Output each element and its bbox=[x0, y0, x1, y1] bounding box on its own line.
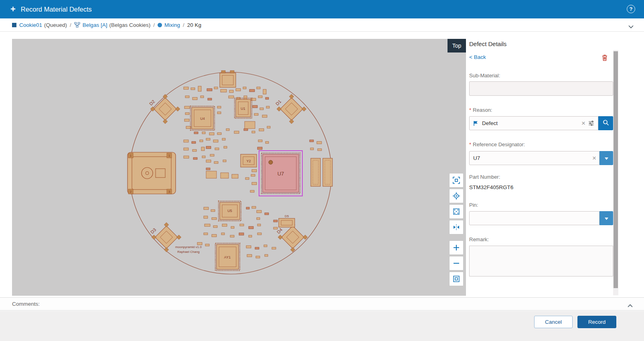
chevron-down-icon[interactable] bbox=[628, 24, 634, 30]
board-side-tab[interactable]: Top bbox=[448, 39, 466, 52]
flag-icon bbox=[473, 121, 478, 126]
order-description: (Belgas Cookies) bbox=[109, 22, 150, 28]
reference-designator-label: *Reference Designator: bbox=[469, 141, 525, 147]
material-icon bbox=[12, 23, 16, 27]
pcb-pin-label: 2 bbox=[130, 190, 132, 194]
zoom-in-icon[interactable] bbox=[449, 240, 464, 255]
panel-title: Defect Details bbox=[469, 40, 506, 47]
breadcrumb-step[interactable]: Mixing bbox=[164, 22, 180, 28]
plus-icon: + bbox=[10, 5, 16, 14]
pcb-ref-d3: D3 bbox=[150, 227, 157, 234]
required-icon: * bbox=[469, 141, 471, 147]
scrollbar-thumb[interactable] bbox=[614, 51, 618, 288]
pcb-pin-label: 3 bbox=[168, 190, 170, 194]
breadcrumb-material[interactable]: Cookie01 bbox=[19, 22, 42, 28]
breadcrumb: Cookie01 (Queued) / Belgas [A] (Belgas C… bbox=[0, 18, 644, 32]
flow-icon bbox=[74, 22, 80, 28]
reason-field: Defect × bbox=[469, 116, 613, 130]
zoom-to-window-icon[interactable] bbox=[449, 272, 464, 286]
clear-reference-designator-icon[interactable]: × bbox=[589, 155, 599, 161]
reference-designator-value: U7 bbox=[473, 155, 589, 161]
search-icon bbox=[603, 119, 609, 127]
center-target-icon[interactable] bbox=[449, 189, 464, 203]
clear-reason-icon[interactable]: × bbox=[579, 120, 588, 127]
pcb-ref-u1: U1 bbox=[241, 107, 245, 111]
reason-search-button[interactable] bbox=[598, 116, 613, 130]
pcb-ref-d5: D5 bbox=[285, 214, 289, 218]
quantity-text: 20 Kg bbox=[187, 22, 201, 28]
required-icon: * bbox=[469, 107, 471, 113]
footer-bar: Cancel Record bbox=[0, 311, 644, 341]
reason-input[interactable]: Defect × bbox=[469, 116, 598, 130]
pcb-ref-u4: U4 bbox=[200, 117, 205, 121]
panel-scrollbar[interactable] bbox=[613, 50, 618, 295]
filter-options-icon[interactable] bbox=[588, 121, 594, 126]
breadcrumb-separator: / bbox=[153, 22, 155, 28]
back-button[interactable]: < Back bbox=[469, 54, 486, 60]
remark-textarea[interactable] bbox=[469, 246, 613, 276]
breadcrumb-separator: / bbox=[183, 22, 184, 28]
sub-material-label: Sub-Material: bbox=[469, 73, 500, 79]
pin-dropdown-button[interactable] bbox=[599, 211, 613, 225]
pcb-ref-d1: D1 bbox=[275, 99, 282, 106]
breadcrumb-order[interactable]: Belgas [A] bbox=[83, 22, 107, 28]
part-number-value: STM32F405RGT6 bbox=[469, 184, 513, 190]
cancel-button[interactable]: Cancel bbox=[534, 316, 573, 328]
pcb-ref-u7[interactable]: U7 bbox=[277, 171, 284, 177]
caret-down-icon bbox=[605, 155, 608, 161]
pcb-silkscreen-2: Raphael Chang bbox=[177, 250, 200, 254]
reference-designator-field: U7 × bbox=[469, 151, 613, 165]
record-material-defects-page: + Record Material Defects ? Cookie01 (Qu… bbox=[0, 0, 644, 341]
mirror-view-icon[interactable] bbox=[449, 220, 464, 234]
pcb-ref-ay1: AY1 bbox=[224, 255, 231, 259]
viewer-toolbar-zoom bbox=[449, 240, 464, 286]
sub-material-input[interactable] bbox=[469, 81, 613, 96]
pcb-pin-label: 1 bbox=[130, 154, 132, 157]
pcb-silkscreen-1: moonpyramid v1.0 bbox=[175, 245, 202, 249]
chevron-up-icon[interactable] bbox=[628, 303, 633, 309]
reference-designator-input[interactable]: U7 × bbox=[469, 151, 599, 165]
remark-label: Remark: bbox=[469, 236, 489, 242]
record-button[interactable]: Record bbox=[577, 316, 616, 328]
top-bar: + Record Material Defects ? bbox=[0, 0, 644, 18]
help-icon[interactable]: ? bbox=[627, 5, 635, 13]
step-icon bbox=[158, 23, 162, 27]
comments-section: Comments: bbox=[0, 297, 644, 311]
delete-defect-icon[interactable] bbox=[602, 54, 608, 62]
pcb-board[interactable]: U4 U1 Y2 U7 U5 AY1 D5 D2 D1 D3 D4 1 1 2 … bbox=[12, 39, 466, 296]
viewer-toolbar-primary bbox=[449, 173, 464, 234]
reference-designator-dropdown-button[interactable] bbox=[599, 151, 613, 165]
part-number-label: Part Number: bbox=[469, 174, 500, 180]
pin-input[interactable] bbox=[469, 211, 599, 225]
pcb-ref-d2: D2 bbox=[148, 99, 156, 106]
zoom-out-icon[interactable] bbox=[449, 256, 464, 270]
pcb-ref-u5: U5 bbox=[227, 209, 232, 213]
pcb-pin-label: 1 bbox=[168, 154, 170, 157]
material-state: (Queued) bbox=[44, 22, 67, 28]
breadcrumb-separator: / bbox=[70, 22, 71, 28]
pin-label: Pin: bbox=[469, 202, 478, 208]
reason-label: *Reason: bbox=[469, 107, 492, 113]
defect-details-panel: Defect Details < Back Sub-Material: *Rea… bbox=[469, 39, 613, 299]
pcb-ref-y2: Y2 bbox=[246, 159, 251, 163]
page-title: Record Material Defects bbox=[21, 6, 92, 13]
caret-down-icon bbox=[605, 215, 608, 221]
back-chevron-icon: < bbox=[469, 54, 472, 60]
region-select-icon[interactable] bbox=[449, 204, 464, 219]
comments-label: Comments: bbox=[12, 301, 40, 307]
fit-to-view-icon[interactable] bbox=[449, 173, 464, 188]
pcb-viewer[interactable]: U4 U1 Y2 U7 U5 AY1 D5 D2 D1 D3 D4 1 1 2 … bbox=[12, 39, 466, 296]
pin-field bbox=[469, 211, 613, 225]
back-row: < Back bbox=[469, 54, 613, 62]
reason-value: Defect bbox=[482, 120, 579, 126]
